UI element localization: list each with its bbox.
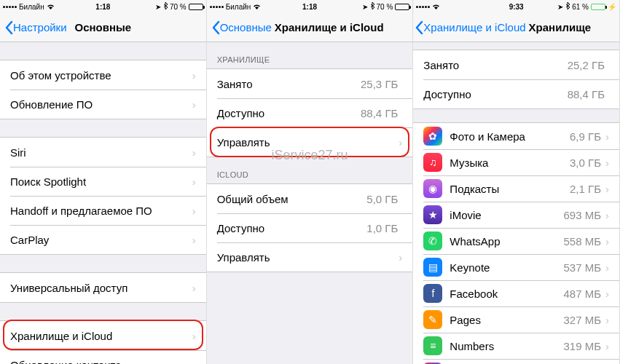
row-used: Занято25,3 ГБ xyxy=(207,69,413,98)
carrier-label: Билайн xyxy=(19,3,44,11)
back-label: Хранилище и iCloud xyxy=(423,21,525,33)
row-handoff[interactable]: Handoff и предлагаемое ПО› xyxy=(0,196,206,225)
status-bar: Билайн 1:18 ➤ 70 % xyxy=(207,0,413,13)
row-icloud-total: Общий объем5,0 ГБ xyxy=(207,184,413,213)
signal-icon xyxy=(3,6,17,8)
chevron-right-icon: › xyxy=(192,234,196,246)
back-button[interactable]: Хранилище и iCloud xyxy=(415,20,525,35)
chevron-right-icon: › xyxy=(192,175,196,188)
row-app[interactable]: ★iMovie693 МБ› xyxy=(413,202,619,228)
row-manage-icloud[interactable]: Управлять› xyxy=(207,242,413,272)
chevron-right-icon: › xyxy=(192,146,196,159)
row-app[interactable]: ✿Фото и Камера6,9 ГБ› xyxy=(413,123,619,149)
status-bar: Билайн 1:18 ➤ 70 % xyxy=(0,0,206,13)
app-label: Numbers xyxy=(450,340,563,352)
row-app[interactable]: ◉Подкасты2,1 ГБ› xyxy=(413,175,619,202)
chevron-right-icon: › xyxy=(192,205,196,217)
row-about-device[interactable]: Об этом устройстве › xyxy=(0,60,206,90)
app-icon: ✆ xyxy=(423,232,442,250)
row-available: Доступно88,4 ГБ xyxy=(413,79,619,108)
row-app[interactable]: ✎Pages327 МБ› xyxy=(413,306,619,333)
location-icon: ➤ xyxy=(362,3,368,11)
battery-icon xyxy=(395,4,409,10)
group-siri: Siri› Поиск Spotlight› Handoff и предлаг… xyxy=(0,137,206,255)
battery-icon xyxy=(591,4,605,10)
row-manage-storage[interactable]: Управлять› xyxy=(207,127,413,157)
group-icloud: Общий объем5,0 ГБ Доступно1,0 ГБ Управля… xyxy=(207,183,413,272)
chevron-right-icon: › xyxy=(605,314,609,326)
battery-icon xyxy=(189,4,203,10)
row-icloud-available: Доступно1,0 ГБ xyxy=(207,213,413,242)
group-storage: Хранилище и iCloud› Обновление контента› xyxy=(0,320,206,364)
settings-list[interactable]: Об этом устройстве › Обновление ПО › Sir… xyxy=(0,42,206,364)
chevron-right-icon: › xyxy=(192,330,196,342)
app-label: WhatsApp xyxy=(450,235,563,248)
chevron-right-icon: › xyxy=(399,251,402,264)
clock: 1:18 xyxy=(95,3,110,11)
row-app[interactable]: ✆WhatsApp558 МБ› xyxy=(413,228,619,254)
row-carplay[interactable]: CarPlay› xyxy=(0,225,206,254)
app-size: 319 МБ xyxy=(563,340,601,352)
signal-icon xyxy=(210,6,224,8)
app-size: 327 МБ xyxy=(563,314,601,326)
app-label: Музыка xyxy=(450,157,570,169)
chevron-right-icon: › xyxy=(192,98,196,111)
group-about: Об этом устройстве › Обновление ПО › xyxy=(0,60,206,119)
app-size: 3,0 ГБ xyxy=(570,157,601,169)
app-label: Keynote xyxy=(450,261,563,274)
row-app[interactable]: ≡Numbers319 МБ› xyxy=(413,333,619,359)
chevron-left-icon xyxy=(211,20,220,35)
status-bar: 9:33 ➤ 61 % ⚡ xyxy=(413,0,619,13)
row-app[interactable]: ◉Instagram274 МБ› xyxy=(413,359,619,364)
screen-storage-icloud: Билайн 1:18 ➤ 70 % Основные Хранилище и … xyxy=(207,0,414,364)
chevron-right-icon: › xyxy=(192,69,196,82)
chevron-right-icon: › xyxy=(192,359,196,365)
group-summary: Занято25,2 ГБ Доступно88,4 ГБ xyxy=(413,50,619,109)
row-storage-icloud[interactable]: Хранилище и iCloud› xyxy=(0,321,206,350)
wifi-icon xyxy=(432,3,440,11)
bluetooth-icon xyxy=(565,2,570,11)
group-accessibility: Универсальный доступ› xyxy=(0,272,206,303)
app-icon: ♫ xyxy=(423,153,442,172)
carrier-label: Билайн xyxy=(226,3,251,11)
chevron-right-icon: › xyxy=(605,288,609,300)
row-siri[interactable]: Siri› xyxy=(0,138,206,167)
row-software-update[interactable]: Обновление ПО › xyxy=(0,90,206,119)
row-background-refresh[interactable]: Обновление контента› xyxy=(0,350,206,364)
app-label: Фото и Камера xyxy=(450,130,570,143)
page-title: Хранилище и iCloud xyxy=(275,21,409,33)
back-button[interactable]: Настройки xyxy=(4,20,67,35)
app-size: 537 МБ xyxy=(563,261,601,274)
chevron-right-icon: › xyxy=(399,136,402,149)
bluetooth-icon xyxy=(163,2,168,11)
row-spotlight[interactable]: Поиск Spotlight› xyxy=(0,167,206,196)
app-icon: f xyxy=(423,284,442,303)
bluetooth-icon xyxy=(370,2,374,11)
wifi-icon xyxy=(253,3,261,11)
app-icon: ✿ xyxy=(423,127,442,146)
row-used: Занято25,2 ГБ xyxy=(413,50,619,79)
screen-storage-detail: 9:33 ➤ 61 % ⚡ Хранилище и iCloud Хранили… xyxy=(413,0,620,364)
nav-bar: Хранилище и iCloud Хранилище xyxy=(413,13,619,42)
row-app[interactable]: ▤Keynote537 МБ› xyxy=(413,254,619,280)
back-button[interactable]: Основные xyxy=(211,20,272,35)
clock: 1:18 xyxy=(302,3,317,11)
page-title: Хранилище xyxy=(529,21,615,33)
chevron-right-icon: › xyxy=(605,130,609,143)
storage-detail-list[interactable]: Занято25,2 ГБ Доступно88,4 ГБ ✿Фото и Ка… xyxy=(413,42,619,364)
row-app[interactable]: ♫Музыка3,0 ГБ› xyxy=(413,149,619,175)
app-icon: ★ xyxy=(423,205,442,224)
storage-icloud-list[interactable]: Хранилище Занято25,3 ГБ Доступно88,4 ГБ … xyxy=(207,42,413,364)
row-accessibility[interactable]: Универсальный доступ› xyxy=(0,273,206,302)
chevron-left-icon xyxy=(415,20,423,35)
battery-pct: 61 % xyxy=(572,3,589,11)
location-icon: ➤ xyxy=(155,3,161,11)
app-icon: ✎ xyxy=(423,310,442,329)
app-size: 693 МБ xyxy=(563,209,601,221)
row-app[interactable]: fFacebook487 МБ› xyxy=(413,280,619,306)
app-label: Pages xyxy=(450,314,563,326)
chevron-right-icon: › xyxy=(605,340,609,352)
chevron-right-icon: › xyxy=(605,157,609,169)
app-size: 558 МБ xyxy=(563,235,601,248)
row-available: Доступно88,4 ГБ xyxy=(207,98,413,127)
